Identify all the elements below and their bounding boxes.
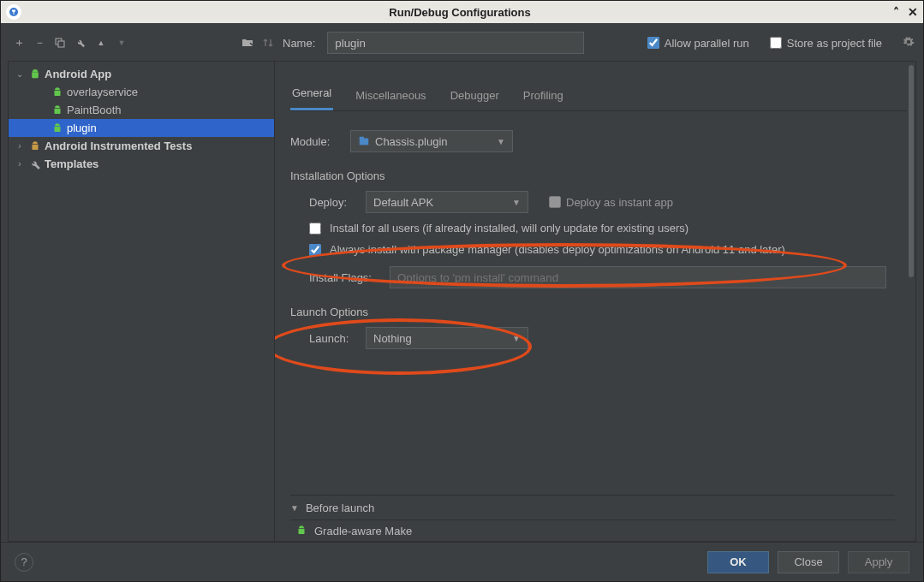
store-project-label: Store as project file bbox=[787, 37, 882, 50]
install-flags-input[interactable] bbox=[390, 266, 886, 288]
tree-android-tests[interactable]: › Android Instrumented Tests bbox=[9, 137, 274, 155]
name-label: Name: bbox=[283, 37, 315, 50]
dialog-footer: ? OK Close Apply bbox=[1, 542, 923, 581]
allow-parallel-label: Allow parallel run bbox=[665, 37, 749, 50]
before-launch-header[interactable]: ▼ Before launch bbox=[290, 496, 895, 520]
tree-android-app[interactable]: ⌄ Android App bbox=[9, 65, 274, 83]
remove-icon[interactable]: － bbox=[33, 37, 45, 49]
tree-item-overlayservice[interactable]: overlayservice bbox=[9, 83, 274, 101]
wrench-icon bbox=[29, 158, 41, 170]
content-panel: General Miscellaneous Debugger Profiling… bbox=[275, 61, 916, 542]
allow-parallel-checkbox[interactable]: Allow parallel run bbox=[647, 37, 749, 50]
deploy-select[interactable]: Default APK ▼ bbox=[366, 191, 528, 213]
tree-label: Android Instrumented Tests bbox=[45, 140, 192, 152]
before-launch-title: Before launch bbox=[306, 502, 374, 514]
ok-button[interactable]: OK bbox=[707, 551, 769, 573]
help-button[interactable]: ? bbox=[15, 553, 33, 572]
instant-app-label: Deploy as instant app bbox=[566, 196, 673, 209]
store-project-box[interactable] bbox=[770, 37, 782, 49]
down-icon[interactable]: ▼ bbox=[116, 37, 128, 49]
before-launch-panel: ▼ Before launch Gradle-aware Make bbox=[290, 495, 895, 541]
close-window-icon[interactable]: ✕ bbox=[908, 5, 918, 19]
android-icon bbox=[29, 68, 41, 80]
tab-profiling[interactable]: Profiling bbox=[522, 89, 565, 110]
chevron-down-icon: ▼ bbox=[290, 503, 299, 513]
config-tree: ⌄ Android App overlayservice PaintBooth bbox=[8, 61, 275, 542]
module-select[interactable]: Chassis.plugin ▼ bbox=[350, 130, 513, 152]
module-icon bbox=[358, 135, 370, 147]
add-icon[interactable]: ＋ bbox=[13, 37, 25, 49]
copy-icon[interactable] bbox=[54, 37, 66, 49]
launch-select[interactable]: Nothing ▼ bbox=[366, 327, 528, 349]
android-icon bbox=[51, 104, 63, 116]
dialog-window: Run/Debug Configurations ˄ ✕ ＋ － ▲ ▼ bbox=[0, 0, 924, 582]
before-launch-item-label: Gradle-aware Make bbox=[314, 525, 412, 537]
android-tests-icon bbox=[29, 140, 41, 152]
always-pm-label: Always install with package manager (dis… bbox=[330, 243, 785, 256]
tree-label: overlayservice bbox=[67, 86, 138, 98]
android-icon bbox=[51, 86, 63, 98]
up-icon[interactable]: ▲ bbox=[95, 37, 107, 49]
svg-rect-3 bbox=[360, 139, 369, 146]
chevron-down-icon: ⌄ bbox=[14, 69, 26, 79]
tab-miscellaneous[interactable]: Miscellaneous bbox=[354, 89, 427, 110]
module-label: Module: bbox=[290, 135, 338, 148]
chevron-down-icon: ▼ bbox=[512, 198, 521, 207]
tab-debugger[interactable]: Debugger bbox=[449, 89, 501, 110]
module-value: Chassis.plugin bbox=[375, 135, 448, 148]
launch-value: Nothing bbox=[373, 332, 412, 345]
wrench-icon[interactable] bbox=[75, 37, 86, 49]
svg-rect-4 bbox=[360, 137, 364, 140]
chevron-down-icon: ▼ bbox=[497, 137, 505, 146]
close-button[interactable]: Close bbox=[778, 551, 839, 573]
store-project-checkbox[interactable]: Store as project file bbox=[770, 37, 882, 50]
scrollbar-thumb[interactable] bbox=[909, 65, 914, 277]
svg-rect-2 bbox=[58, 41, 64, 47]
apply-button[interactable]: Apply bbox=[848, 551, 909, 573]
tree-label: plugin bbox=[67, 122, 97, 134]
tree-label: Android App bbox=[45, 68, 111, 80]
app-icon bbox=[6, 4, 21, 20]
installation-options-heading: Installation Options bbox=[290, 169, 907, 182]
tree-templates[interactable]: › Templates bbox=[9, 155, 274, 173]
launch-options-heading: Launch Options bbox=[290, 306, 907, 318]
config-tabs: General Miscellaneous Debugger Profiling bbox=[290, 82, 907, 111]
chevron-right-icon: › bbox=[14, 159, 26, 169]
android-icon bbox=[295, 525, 307, 537]
deploy-label: Deploy: bbox=[309, 196, 354, 209]
chevron-right-icon: › bbox=[14, 141, 26, 151]
deploy-value: Default APK bbox=[373, 196, 433, 209]
vertical-scrollbar[interactable] bbox=[909, 65, 914, 537]
gear-icon[interactable] bbox=[903, 36, 915, 50]
tree-label: Templates bbox=[45, 157, 98, 170]
minimize-icon[interactable]: ˄ bbox=[893, 5, 899, 19]
tree-item-paintbooth[interactable]: PaintBooth bbox=[9, 101, 274, 119]
folder-expand-icon[interactable] bbox=[241, 37, 253, 49]
install-all-users-checkbox[interactable] bbox=[309, 223, 321, 235]
sort-icon[interactable] bbox=[262, 37, 274, 49]
dialog-body: ＋ － ▲ ▼ Name: bbox=[1, 23, 923, 581]
instant-app-checkbox bbox=[549, 196, 561, 208]
config-toolbar: ＋ － ▲ ▼ bbox=[13, 37, 274, 49]
chevron-down-icon: ▼ bbox=[512, 334, 521, 343]
android-icon bbox=[51, 122, 63, 134]
tree-label: PaintBooth bbox=[67, 104, 122, 116]
before-launch-item[interactable]: Gradle-aware Make bbox=[290, 520, 895, 541]
launch-label: Launch: bbox=[309, 332, 354, 345]
name-area: Name: bbox=[283, 32, 584, 54]
tab-general[interactable]: General bbox=[290, 86, 333, 110]
name-input[interactable] bbox=[327, 32, 584, 54]
allow-parallel-box[interactable] bbox=[647, 37, 659, 49]
always-pm-checkbox[interactable] bbox=[309, 244, 321, 256]
android-studio-icon bbox=[9, 7, 19, 17]
titlebar: Run/Debug Configurations ˄ ✕ bbox=[1, 1, 923, 23]
top-row: ＋ － ▲ ▼ Name: bbox=[1, 23, 923, 57]
window-title: Run/Debug Configurations bbox=[27, 6, 893, 19]
install-all-users-label: Install for all users (if already instal… bbox=[330, 222, 689, 235]
install-flags-label: Install Flags: bbox=[309, 271, 378, 284]
tree-item-plugin[interactable]: plugin bbox=[9, 119, 274, 137]
main-split: ⌄ Android App overlayservice PaintBooth bbox=[1, 57, 923, 542]
